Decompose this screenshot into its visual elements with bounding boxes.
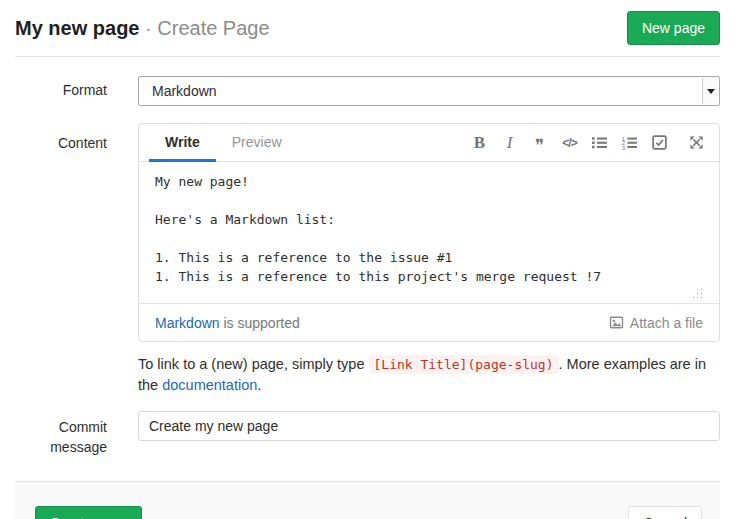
commit-message-field — [138, 411, 720, 457]
markdown-editor: Write Preview B I ❞ </> — [138, 123, 720, 342]
format-label: Format — [15, 81, 107, 101]
italic-icon[interactable]: I — [501, 132, 518, 154]
create-page-form: Format Markdown Content Write Preview — [0, 57, 735, 457]
numbered-list-icon[interactable]: 1 2 3 — [621, 132, 638, 154]
create-page-button[interactable]: Create page — [35, 506, 142, 519]
content-row: Content Write Preview B I ❞ </> — [15, 123, 720, 395]
cancel-button[interactable]: Cancel — [628, 506, 702, 519]
format-row: Format Markdown — [15, 76, 720, 106]
commit-message-label: Commit message — [15, 411, 107, 457]
hint-period: . — [257, 377, 261, 393]
tab-write[interactable]: Write — [149, 124, 216, 162]
write-pane: My new page! Here's a Markdown list: 1. … — [139, 162, 719, 304]
documentation-link[interactable]: documentation — [162, 377, 257, 393]
attach-image-icon — [609, 315, 624, 330]
tab-preview[interactable]: Preview — [216, 124, 298, 162]
content-label: Content — [15, 123, 107, 395]
wiki-create-page: My new page · Create Page New page Forma… — [0, 0, 735, 519]
chevron-down-icon — [707, 89, 715, 94]
new-page-button[interactable]: New page — [627, 11, 720, 45]
editor-toolbar: B I ❞ </> — [471, 124, 705, 161]
markdown-help-link[interactable]: Markdown — [155, 315, 220, 331]
title-separator: · — [145, 17, 152, 39]
commit-message-row: Commit message — [15, 411, 720, 457]
format-field: Markdown — [138, 76, 720, 106]
content-field: Write Preview B I ❞ </> — [138, 123, 720, 395]
link-hint-text: To link to a (new) page, simply type [Li… — [138, 354, 720, 395]
form-actions: Create page Cancel — [15, 481, 720, 519]
content-textarea[interactable]: My new page! Here's a Markdown list: 1. … — [139, 162, 719, 304]
resize-grip-handle[interactable] — [693, 289, 703, 299]
select-dropdown-zone[interactable] — [702, 78, 718, 104]
code-icon[interactable]: </> — [561, 132, 578, 154]
page-title: My new page · Create Page — [15, 16, 270, 40]
hint-code-sample: [Link Title](page-slug) — [369, 355, 559, 374]
page-header: My new page · Create Page New page — [15, 0, 720, 57]
task-list-icon[interactable] — [651, 132, 668, 154]
format-select[interactable]: Markdown — [138, 76, 720, 106]
supported-text: is supported — [220, 315, 300, 331]
commit-message-input[interactable] — [138, 411, 720, 441]
fullscreen-icon[interactable] — [688, 132, 705, 154]
page-title-action: Create Page — [157, 17, 269, 39]
attach-file-button[interactable]: Attach a file — [609, 315, 703, 331]
editor-tab-bar: Write Preview B I ❞ </> — [139, 124, 719, 162]
attach-file-label: Attach a file — [630, 315, 703, 331]
page-title-name: My new page — [15, 17, 139, 39]
quote-icon[interactable]: ❞ — [531, 132, 548, 154]
editor-footer: Markdown is supported Attach a file — [139, 304, 719, 341]
bold-icon[interactable]: B — [471, 132, 488, 154]
bullet-list-icon[interactable] — [591, 132, 608, 154]
format-select-value: Markdown — [152, 83, 217, 99]
markdown-supported-note: Markdown is supported — [155, 315, 300, 331]
hint-text-before: To link to a (new) page, simply type — [138, 356, 369, 372]
svg-text:3: 3 — [622, 145, 626, 151]
